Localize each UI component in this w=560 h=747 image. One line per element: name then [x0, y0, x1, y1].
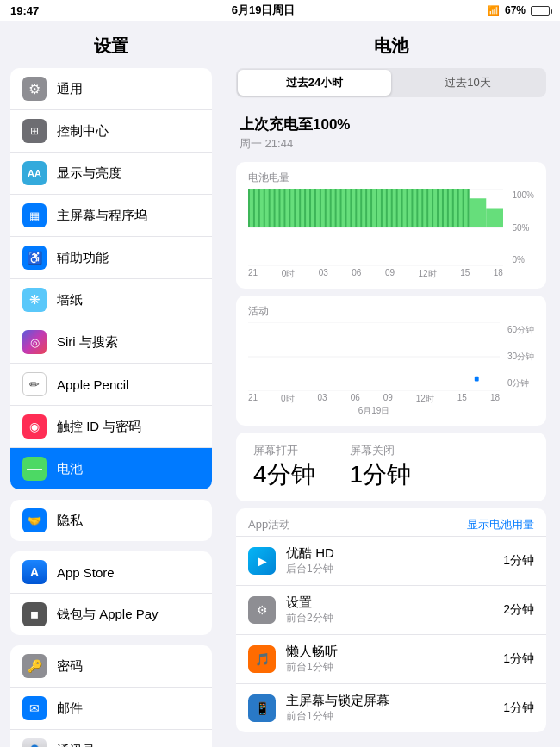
svg-rect-47	[457, 189, 459, 227]
status-bar: 19:47 6月19日周日 📶 67%	[0, 0, 560, 21]
y-label-0: 0%	[512, 255, 534, 265]
sidebar-item-accessibility[interactable]: ♿ 辅助功能	[10, 237, 212, 279]
activity-chart-x-labels: 21 0时 03 06 09 12时 15 18	[248, 391, 534, 405]
svg-rect-35	[396, 189, 398, 227]
svg-rect-6	[248, 189, 250, 227]
svg-rect-16	[299, 189, 301, 227]
svg-rect-3	[248, 189, 470, 227]
sidebar: 设置 ⚙ 通用 ⊞ 控制中心 AA 显示与亮度 ▦ 主屏幕与程序坞 ♿ 辅助功能	[0, 21, 222, 747]
home-screen-label: 主屏幕与程序坞	[57, 208, 147, 224]
sidebar-item-passwords[interactable]: 🔑 密码	[10, 645, 212, 688]
tab-24h[interactable]: 过去24小时	[238, 70, 391, 96]
app-activity-action[interactable]: 显示电池用量	[467, 517, 534, 532]
svg-rect-9	[264, 189, 265, 227]
battery-chart-section: 电池电量	[236, 162, 546, 289]
sidebar-group-4: 🔑 密码 ✉ 邮件 👤 通讯录 📅 日历 📝 备忘录 ⋮ 提醒事项	[10, 645, 212, 747]
settings-sub: 前台2分钟	[286, 611, 503, 626]
charge-info: 上次充电至100% 周一 21:44	[222, 108, 560, 155]
app-store-label: App Store	[57, 565, 115, 580]
settings-time: 2分钟	[503, 602, 534, 618]
screen-on-label: 屏幕打开	[253, 443, 315, 458]
screen-off-stat: 屏幕关闭 1分钟	[350, 443, 412, 491]
siri-label: Siri 与搜索	[57, 334, 118, 351]
activity-chart-section: 活动 60分钟 30分钟 0分钟 21 0时 03	[236, 296, 546, 426]
screen-stats: 屏幕打开 4分钟 屏幕关闭 1分钟	[236, 433, 546, 501]
y-label-50: 50%	[512, 223, 534, 233]
y-label-100: 100%	[512, 190, 534, 200]
mail-label: 邮件	[57, 700, 83, 717]
sidebar-item-privacy[interactable]: 🤝 隐私	[10, 500, 212, 541]
sidebar-item-general[interactable]: ⚙ 通用	[10, 68, 212, 110]
privacy-label: 隐私	[57, 513, 83, 529]
svg-rect-14	[289, 189, 290, 227]
screen-on-stat: 屏幕打开 4分钟	[253, 443, 315, 491]
status-date: 6月19日周日	[232, 3, 296, 18]
svg-rect-49	[468, 189, 470, 227]
wallet-icon: ◼	[22, 602, 47, 626]
svg-rect-45	[447, 189, 449, 227]
homescreen-time: 1分钟	[503, 700, 534, 716]
battery-percent: 67%	[505, 4, 526, 16]
sidebar-item-battery[interactable]: — 电池	[10, 448, 212, 489]
charge-time: 周一 21:44	[240, 136, 543, 152]
activity-chart-wrapper: 60分钟 30分钟 0分钟	[248, 322, 534, 391]
homescreen-name: 主屏幕与锁定屏幕	[286, 693, 503, 709]
screen-off-value: 1分钟	[350, 458, 412, 491]
charge-title: 上次充电至100%	[240, 115, 543, 134]
youku-info: 优酷 HD 后台1分钟	[286, 545, 503, 576]
svg-rect-22	[330, 189, 332, 227]
display-label: 显示与亮度	[57, 165, 121, 182]
contacts-icon: 👤	[22, 738, 47, 747]
sidebar-item-home-screen[interactable]: ▦ 主屏幕与程序坞	[10, 195, 212, 237]
svg-rect-27	[355, 189, 357, 227]
sidebar-group-2: 🤝 隐私	[10, 500, 212, 541]
sidebar-item-wallpaper[interactable]: ❋ 墙纸	[10, 279, 212, 321]
home-screen-icon: ▦	[22, 203, 47, 227]
homescreen-sub: 前台1分钟	[286, 709, 503, 724]
svg-rect-8	[258, 189, 260, 227]
lanren-sub: 前台1分钟	[286, 660, 503, 675]
app-activity-title: App活动	[248, 517, 290, 532]
settings-app-icon: ⚙	[248, 596, 276, 624]
app-row-lanren[interactable]: 🎵 懒人畅听 前台1分钟 1分钟	[236, 634, 546, 683]
svg-rect-10	[269, 189, 271, 227]
svg-rect-48	[463, 189, 464, 227]
svg-rect-5	[486, 209, 503, 228]
general-label: 通用	[57, 81, 83, 97]
sidebar-item-display[interactable]: AA 显示与亮度	[10, 153, 212, 195]
app-row-homescreen[interactable]: 📱 主屏幕与锁定屏幕 前台1分钟 1分钟	[236, 683, 546, 732]
app-activity-section: App活动 显示电池用量 ▶ 优酷 HD 后台1分钟 1分钟 ⚙	[236, 508, 546, 732]
battery-menu-icon: —	[22, 457, 47, 481]
tab-10d[interactable]: 过去10天	[391, 70, 544, 96]
sidebar-group-1: ⚙ 通用 ⊞ 控制中心 AA 显示与亮度 ▦ 主屏幕与程序坞 ♿ 辅助功能 ❋ …	[10, 68, 212, 489]
sidebar-item-contacts[interactable]: 👤 通讯录	[10, 730, 212, 747]
accessibility-icon: ♿	[22, 246, 47, 270]
battery-chart-y-labels: 100% 50% 0%	[512, 189, 534, 266]
display-icon: AA	[22, 161, 47, 185]
sidebar-item-siri[interactable]: ◎ Siri 与搜索	[10, 321, 212, 364]
youku-icon: ▶	[248, 547, 276, 575]
svg-rect-23	[335, 189, 337, 227]
svg-rect-30	[370, 189, 372, 227]
footer-note: 显示每款App的耗电量比例。	[222, 739, 560, 747]
svg-rect-37	[407, 189, 408, 227]
svg-rect-19	[314, 189, 316, 227]
sidebar-item-apple-pencil[interactable]: ✏ Apple Pencil	[10, 364, 212, 406]
lanren-icon: 🎵	[248, 645, 276, 673]
svg-rect-44	[442, 189, 444, 227]
privacy-icon: 🤝	[22, 508, 47, 532]
sidebar-item-touch-id[interactable]: ◉ 触控 ID 与密码	[10, 406, 212, 448]
sidebar-item-mail[interactable]: ✉ 邮件	[10, 688, 212, 730]
control-center-label: 控制中心	[57, 123, 109, 140]
battery-chart-label: 电池电量	[248, 171, 534, 185]
sidebar-item-wallet[interactable]: ◼ 钱包与 Apple Pay	[10, 594, 212, 635]
status-indicators: 📶 67%	[488, 4, 550, 16]
wifi-icon: 📶	[488, 5, 500, 16]
app-row-youku[interactable]: ▶ 优酷 HD 后台1分钟 1分钟	[236, 536, 546, 585]
app-row-settings[interactable]: ⚙ 设置 前台2分钟 2分钟	[236, 585, 546, 634]
svg-rect-12	[279, 189, 281, 227]
activity-chart-y-labels: 60分钟 30分钟 0分钟	[507, 322, 534, 391]
right-title: 电池	[222, 28, 560, 68]
sidebar-item-control-center[interactable]: ⊞ 控制中心	[10, 110, 212, 153]
sidebar-item-app-store[interactable]: A App Store	[10, 551, 212, 594]
